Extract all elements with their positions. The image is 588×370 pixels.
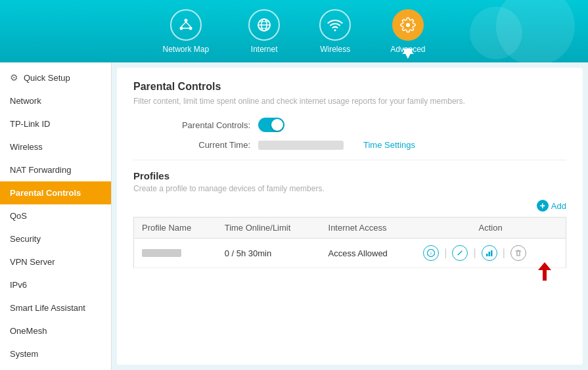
sidebar-label-ipv6: IPv6 bbox=[10, 280, 27, 290]
sidebar-label-smart-life: Smart Life Assistant bbox=[10, 303, 85, 313]
sidebar-item-smart-life[interactable]: Smart Life Assistant bbox=[0, 296, 111, 319]
profiles-title: Profiles bbox=[133, 170, 566, 181]
svg-rect-15 bbox=[486, 254, 488, 256]
svg-point-12 bbox=[406, 23, 410, 27]
sidebar-item-nat-forwarding[interactable]: NAT Forwarding bbox=[0, 158, 111, 181]
sidebar-item-tplink-id[interactable]: TP-Link ID bbox=[0, 112, 111, 135]
svg-line-3 bbox=[181, 22, 186, 26]
current-time-label: Current Time: bbox=[173, 140, 258, 150]
sidebar-label-quick-setup: Quick Setup bbox=[24, 73, 70, 83]
section-divider bbox=[133, 160, 566, 160]
delete-button[interactable] bbox=[510, 245, 526, 261]
separator-2: | bbox=[473, 247, 476, 259]
sidebar-label-security: Security bbox=[10, 234, 41, 244]
profile-name-placeholder bbox=[142, 249, 181, 257]
content-area: Parental Controls Filter content, limit … bbox=[117, 68, 583, 365]
parental-controls-toggle[interactable] bbox=[258, 118, 284, 132]
nav-icon-advanced bbox=[392, 9, 424, 41]
sidebar-item-network[interactable]: Network bbox=[0, 89, 111, 112]
sidebar-label-qos: QoS bbox=[10, 211, 27, 221]
sidebar-label-wireless: Wireless bbox=[10, 142, 43, 152]
table-header-internet-access: Internet Access bbox=[321, 218, 416, 239]
nav-label-internet: Internet bbox=[251, 45, 278, 54]
action-cell: i | | bbox=[415, 239, 566, 268]
sidebar: ⚙ Quick Setup Network TP-Link ID Wireles… bbox=[0, 62, 112, 370]
nav-label-wireless: Wireless bbox=[320, 45, 350, 54]
parental-controls-row: Parental Controls: bbox=[133, 118, 566, 132]
chart-button[interactable] bbox=[482, 245, 497, 261]
main-layout: ⚙ Quick Setup Network TP-Link ID Wireles… bbox=[0, 62, 588, 370]
svg-rect-16 bbox=[488, 252, 490, 256]
sidebar-label-nat-forwarding: NAT Forwarding bbox=[10, 165, 71, 175]
add-button[interactable]: + Add bbox=[133, 200, 566, 212]
internet-access-cell: Access Allowed bbox=[321, 239, 416, 268]
nav-active-pointer bbox=[402, 48, 414, 54]
current-time-row: Current Time: Time Settings bbox=[133, 140, 566, 150]
separator-1: | bbox=[444, 247, 447, 259]
sidebar-label-vpn-server: VPN Server bbox=[10, 257, 55, 267]
add-label: Add bbox=[551, 201, 566, 211]
svg-marker-18 bbox=[538, 262, 551, 281]
sidebar-item-quick-setup[interactable]: ⚙ Quick Setup bbox=[0, 66, 111, 89]
nav-item-internet[interactable]: Internet bbox=[248, 9, 280, 54]
current-time-bar bbox=[258, 141, 344, 150]
sidebar-item-wireless[interactable]: Wireless bbox=[0, 135, 111, 158]
nav-label-advanced: Advanced bbox=[390, 45, 425, 54]
nav-icon-internet bbox=[248, 9, 280, 41]
sidebar-item-system[interactable]: System bbox=[0, 342, 111, 365]
svg-rect-17 bbox=[491, 250, 493, 256]
table-row: 0 / 5h 30min Access Allowed i | bbox=[134, 239, 566, 268]
info-button[interactable]: i bbox=[423, 245, 439, 261]
nav-label-network-map: Network Map bbox=[162, 45, 209, 54]
edit-button[interactable] bbox=[452, 245, 468, 261]
red-arrow-indicator bbox=[538, 262, 551, 281]
nav-icon-network-map bbox=[170, 9, 202, 41]
sidebar-item-security[interactable]: Security bbox=[0, 227, 111, 250]
add-icon: + bbox=[537, 200, 549, 212]
table-header-row: Profile Name Time Online/Limit Internet … bbox=[134, 218, 566, 239]
sidebar-item-vpn-server[interactable]: VPN Server bbox=[0, 250, 111, 273]
nav-item-advanced[interactable]: Advanced bbox=[390, 9, 425, 54]
sidebar-label-tplink-id: TP-Link ID bbox=[10, 119, 50, 129]
page-title: Parental Controls bbox=[133, 81, 566, 93]
svg-text:i: i bbox=[431, 251, 432, 256]
svg-point-0 bbox=[184, 18, 187, 22]
svg-point-11 bbox=[334, 29, 336, 31]
table-header-time: Time Online/Limit bbox=[217, 218, 321, 239]
sidebar-label-onemesh: OneMesh bbox=[10, 326, 47, 336]
table-header-action: Action bbox=[415, 218, 566, 239]
gear-icon: ⚙ bbox=[10, 72, 18, 83]
svg-line-4 bbox=[186, 22, 191, 26]
sidebar-label-parental-controls: Parental Controls bbox=[10, 188, 81, 198]
sidebar-item-ipv6[interactable]: IPv6 bbox=[0, 273, 111, 296]
time-settings-link[interactable]: Time Settings bbox=[363, 140, 415, 150]
profile-name-cell bbox=[134, 239, 217, 268]
page-description: Filter content, limit time spent online … bbox=[133, 97, 566, 106]
sidebar-item-qos[interactable]: QoS bbox=[0, 204, 111, 227]
time-online-cell: 0 / 5h 30min bbox=[217, 239, 321, 268]
sidebar-item-onemesh[interactable]: OneMesh bbox=[0, 319, 111, 342]
nav-item-wireless[interactable]: Wireless bbox=[319, 9, 351, 54]
nav-icon-wireless bbox=[319, 9, 351, 41]
nav-item-network-map[interactable]: Network Map bbox=[162, 9, 209, 54]
sidebar-label-system: System bbox=[10, 349, 38, 359]
top-nav: Network Map Internet Wireless bbox=[0, 0, 588, 62]
sidebar-label-network: Network bbox=[10, 96, 41, 106]
parental-controls-label: Parental Controls: bbox=[173, 120, 258, 130]
table-header-profile-name: Profile Name bbox=[134, 218, 217, 239]
sidebar-item-parental-controls[interactable]: Parental Controls bbox=[0, 181, 111, 204]
action-icons: i | | bbox=[423, 245, 558, 261]
profiles-table: Profile Name Time Online/Limit Internet … bbox=[133, 217, 566, 268]
separator-3: | bbox=[503, 247, 505, 259]
profiles-desc: Create a profile to manage devices of fa… bbox=[133, 184, 566, 193]
